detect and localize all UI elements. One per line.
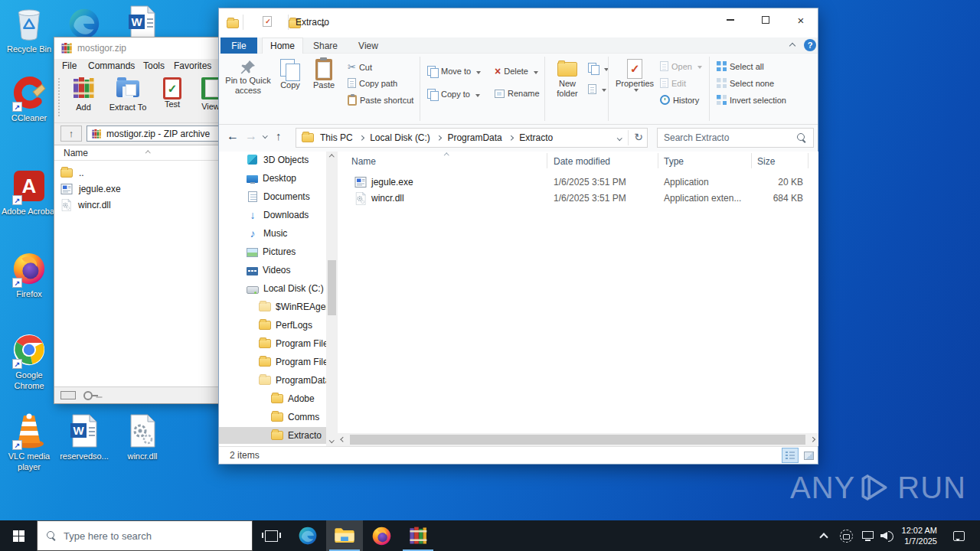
winrar-add-button[interactable]: Add xyxy=(65,76,102,112)
open-button[interactable]: Open xyxy=(660,61,702,71)
explorer-titlebar[interactable]: Extracto × xyxy=(219,8,818,37)
forward-button[interactable]: → xyxy=(245,130,257,142)
column-name[interactable]: Name xyxy=(64,148,88,158)
file-row-jegule[interactable]: jegule.exe 1/6/2025 3:51 PM Application … xyxy=(338,174,818,191)
start-button[interactable] xyxy=(0,520,37,551)
winrar-extract-button[interactable]: Extract To xyxy=(103,76,152,112)
back-button[interactable]: ← xyxy=(227,130,239,142)
properties-button[interactable]: Properties xyxy=(613,59,656,94)
menu-commands[interactable]: Commands xyxy=(88,60,135,71)
nav-item-pictures[interactable]: Pictures xyxy=(219,243,326,260)
ribbon-collapse-icon[interactable] xyxy=(789,43,795,49)
refresh-icon[interactable]: ↻ xyxy=(634,132,643,142)
close-button[interactable]: × xyxy=(783,8,818,31)
desktop-icon-reservedso[interactable]: reservedso... xyxy=(55,412,113,462)
tray-volume[interactable] xyxy=(877,520,897,551)
select-none-button[interactable]: Select none xyxy=(717,78,774,88)
nav-scrollbar[interactable] xyxy=(326,152,338,446)
taskbar-winrar-button[interactable] xyxy=(400,520,436,551)
taskbar-firefox-button[interactable] xyxy=(363,520,400,551)
file-pane-hscrollbar[interactable] xyxy=(338,433,818,446)
search-input[interactable] xyxy=(658,132,797,143)
copy-path-button[interactable]: Copy path xyxy=(348,78,397,88)
nav-item-comms[interactable]: Comms xyxy=(219,409,326,425)
qat-properties-icon[interactable] xyxy=(263,16,272,27)
paste-button[interactable]: Paste xyxy=(308,59,340,90)
search-box[interactable] xyxy=(657,128,814,148)
help-button[interactable]: ? xyxy=(804,39,816,51)
rename-button[interactable]: Rename xyxy=(495,89,540,98)
tab-view[interactable]: View xyxy=(348,37,389,54)
menu-file[interactable]: File xyxy=(62,60,77,71)
desktop-icon-ccleaner[interactable]: ↗ CCleaner xyxy=(0,73,58,124)
breadcrumb-this-pc[interactable]: This PC xyxy=(320,132,353,143)
address-dropdown-icon[interactable] xyxy=(617,135,622,140)
delete-button[interactable]: × Delete xyxy=(495,66,538,77)
column-header-size[interactable]: Size xyxy=(757,156,775,167)
recent-locations-dropdown[interactable] xyxy=(263,133,267,138)
history-button[interactable]: History xyxy=(660,95,699,105)
nav-item-videos[interactable]: Videos xyxy=(219,262,326,279)
new-item-button[interactable] xyxy=(588,63,609,73)
nav-item-extracto[interactable]: Extracto xyxy=(219,427,326,444)
copy-button[interactable]: Copy xyxy=(274,59,306,90)
nav-item-program-files[interactable]: Program Files xyxy=(219,335,326,352)
breadcrumb-local-disk[interactable]: Local Disk (C:) xyxy=(370,132,430,143)
tray-network[interactable] xyxy=(858,520,877,551)
desktop-icon-wincr-dll[interactable]: wincr.dll xyxy=(113,412,172,462)
nav-item-downloads[interactable]: ↓Downloads xyxy=(219,207,326,223)
hscrollbar-thumb[interactable] xyxy=(350,435,805,445)
desktop-icon-adobe-acrobat[interactable]: ↗ Adobe Acrobat xyxy=(0,167,58,217)
invert-selection-button[interactable]: Invert selection xyxy=(717,95,786,105)
easy-access-button[interactable] xyxy=(588,84,606,94)
taskbar-search[interactable] xyxy=(37,520,253,551)
nav-item-programdata[interactable]: ProgramData xyxy=(219,372,326,389)
action-center-button[interactable] xyxy=(943,520,974,551)
desktop-icon-word-document[interactable] xyxy=(113,3,172,41)
thumbnail-view-toggle[interactable] xyxy=(800,448,817,463)
minimize-button[interactable] xyxy=(713,8,748,31)
nav-item-winreagent[interactable]: $WinREAgent xyxy=(219,298,326,315)
breadcrumb-separator-icon[interactable] xyxy=(359,135,364,140)
menu-favorites[interactable]: Favorites xyxy=(174,60,211,71)
desktop-icon-google-chrome[interactable]: ↗ Google Chrome xyxy=(0,331,58,392)
taskbar-edge-button[interactable] xyxy=(289,520,326,551)
file-row-wincr[interactable]: wincr.dll 1/6/2025 3:51 PM Application e… xyxy=(338,191,818,207)
search-icon[interactable] xyxy=(797,133,807,143)
desktop-icon-recycle-bin[interactable]: Recycle Bin xyxy=(0,5,58,55)
paste-shortcut-button[interactable]: Paste shortcut xyxy=(348,95,413,106)
taskbar-search-input[interactable] xyxy=(64,530,252,542)
nav-item-3d-objects[interactable]: 3D Objects xyxy=(219,152,326,168)
task-view-button[interactable] xyxy=(253,520,289,551)
taskbar-clock[interactable]: 12:02 AM 1/7/2025 xyxy=(897,520,940,551)
pin-to-quick-access-button[interactable]: Pin to Quick access xyxy=(224,59,272,96)
desktop-icon-firefox[interactable]: ↗ Firefox xyxy=(0,249,58,300)
nav-item-local-disk[interactable]: Local Disk (C:) xyxy=(219,280,326,297)
nav-item-program-files-x86[interactable]: Program Files xyxy=(219,354,326,370)
copy-to-button[interactable]: Copy to xyxy=(427,89,480,99)
breadcrumb-extracto[interactable]: Extracto xyxy=(519,132,553,143)
select-all-button[interactable]: Select all xyxy=(717,61,764,71)
tray-expand-button[interactable] xyxy=(815,520,833,551)
edit-button[interactable]: Edit xyxy=(660,78,686,88)
tab-home[interactable]: Home xyxy=(262,37,303,54)
column-header-date[interactable]: Date modified xyxy=(554,156,610,167)
winrar-test-button[interactable]: ✓ Test xyxy=(154,76,191,109)
nav-item-desktop[interactable]: Desktop xyxy=(219,170,326,187)
menu-tools[interactable]: Tools xyxy=(143,60,165,71)
breadcrumb-separator-icon[interactable] xyxy=(436,135,441,140)
tab-share[interactable]: Share xyxy=(305,37,346,54)
winrar-up-button[interactable]: ↑ xyxy=(60,126,82,142)
cut-button[interactable]: ✂ Cut xyxy=(348,61,372,73)
move-to-button[interactable]: Move to xyxy=(427,66,481,77)
column-header-name[interactable]: Name xyxy=(351,156,376,167)
nav-item-perflogs[interactable]: PerfLogs xyxy=(219,317,326,334)
column-header-type[interactable]: Type xyxy=(664,156,684,167)
breadcrumb-programdata[interactable]: ProgramData xyxy=(447,132,501,143)
maximize-button[interactable] xyxy=(748,8,783,31)
details-view-toggle[interactable] xyxy=(782,448,799,463)
new-folder-button[interactable]: New folder xyxy=(550,59,585,99)
address-bar[interactable]: This PC Local Disk (C:) ProgramData Extr… xyxy=(296,128,648,148)
breadcrumb-separator-icon[interactable] xyxy=(508,135,513,140)
desktop-icon-vlc[interactable]: ↗ VLC media player xyxy=(0,412,58,473)
